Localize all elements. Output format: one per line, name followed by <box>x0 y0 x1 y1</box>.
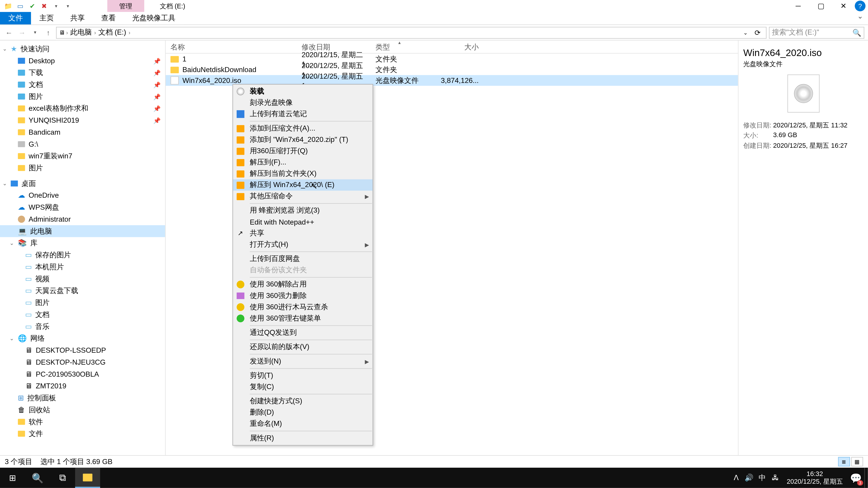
tree-item[interactable]: 🖥ZMT2019 <box>0 380 165 392</box>
taskbar-explorer[interactable] <box>75 468 100 488</box>
context-menu-item[interactable]: 使用 360进行木马云查杀 <box>233 301 373 313</box>
tree-software[interactable]: 软件 <box>0 416 165 428</box>
context-menu-item[interactable]: 上传到百度网盘 <box>233 253 373 265</box>
recent-dropdown[interactable]: ▾ <box>30 27 40 38</box>
context-menu-item[interactable]: 属性(R) <box>233 432 373 444</box>
context-menu-item[interactable]: 解压到 Win7x64_2020\ (E) <box>233 180 373 191</box>
breadcrumb-segment[interactable]: 文档 (E:) <box>97 27 127 37</box>
show-desktop-button[interactable] <box>864 468 868 488</box>
chevron-right-icon[interactable]: › <box>94 30 96 35</box>
qat-close-icon[interactable]: ✖ <box>39 1 49 11</box>
context-menu-item[interactable]: 解压到(F)... <box>233 157 373 168</box>
ime-icon[interactable]: 中 <box>756 468 769 488</box>
context-menu-item[interactable]: 通过QQ发送到 <box>233 327 373 338</box>
context-menu-item[interactable]: 上传到有道云笔记 <box>233 108 373 120</box>
tree-files[interactable]: 文件 <box>0 428 165 440</box>
ribbon-tab-share[interactable]: 共享 <box>62 12 93 24</box>
up-button[interactable]: ↑ <box>43 27 54 38</box>
qat-dropdown-icon[interactable]: ▾ <box>63 1 73 11</box>
help-icon[interactable]: ? <box>855 1 865 11</box>
address-dropdown-icon[interactable]: ⌄ <box>740 30 752 35</box>
context-menu-item[interactable]: 打开方式(H)▶ <box>233 239 373 250</box>
start-button[interactable]: ⊞ <box>0 468 25 488</box>
breadcrumb-bar[interactable]: 🖥 › 此电脑 › 文档 (E:) › ⌄ ⟳ <box>56 26 767 38</box>
file-row[interactable]: 12020/12/15, 星期二 1...文件夹 <box>166 54 738 64</box>
context-menu-item[interactable]: 其他压缩命令▶ <box>233 191 373 202</box>
column-header-name[interactable]: 名称 <box>166 40 297 53</box>
tree-network[interactable]: ⌄ 🌐 网络 <box>0 332 165 344</box>
chevron-down-icon[interactable]: ⌄ <box>2 46 7 52</box>
notification-center-icon[interactable]: 💬3 <box>848 468 864 488</box>
tree-control-panel[interactable]: ⊞ 控制面板 <box>0 392 165 404</box>
tree-item[interactable]: ☁WPS网盘 <box>0 201 165 213</box>
tree-item[interactable]: ▭本机照片 <box>0 261 165 273</box>
breadcrumb-segment[interactable]: 此电脑 <box>69 27 93 37</box>
context-menu-item[interactable]: 添加到压缩文件(A)... <box>233 123 373 134</box>
refresh-button[interactable]: ⟳ <box>752 28 764 37</box>
task-view-button[interactable]: ⧉ <box>50 468 75 488</box>
context-menu-item[interactable]: 删除(D) <box>233 407 373 418</box>
chevron-right-icon[interactable]: › <box>66 30 68 35</box>
qat-save-icon[interactable]: ▭ <box>16 1 25 11</box>
tree-item[interactable]: ▭图片 <box>0 297 165 308</box>
context-menu-item[interactable]: 使用 360解除占用 <box>233 279 373 290</box>
view-details-button[interactable]: ≣ <box>838 457 850 466</box>
tree-item[interactable]: Administrator <box>0 213 165 225</box>
context-menu-item[interactable]: 用 蜂蜜浏览器 浏览(3) <box>233 205 373 216</box>
ribbon-tab-disc-tools[interactable]: 光盘映像工具 <box>124 12 184 24</box>
tree-item[interactable]: win7重装win7 <box>0 150 165 162</box>
context-menu-item[interactable]: Edit with Notepad++ <box>233 216 373 228</box>
tree-item[interactable]: 图片 <box>0 162 165 174</box>
tree-desktop[interactable]: ⌄ 桌面 <box>0 177 165 190</box>
minimize-button[interactable]: ─ <box>787 0 809 12</box>
back-button[interactable]: ← <box>4 27 14 38</box>
tree-this-pc[interactable]: 💻 此电脑 <box>0 225 165 237</box>
chevron-right-icon[interactable]: › <box>129 30 130 35</box>
tree-item[interactable]: 文档📌 <box>0 78 165 91</box>
context-menu-item[interactable]: 刻录光盘映像 <box>233 97 373 108</box>
view-thumbnails-button[interactable]: ▦ <box>851 457 863 466</box>
column-header-size[interactable]: 大小 <box>430 40 484 53</box>
ribbon-expand-icon[interactable]: ⌄ <box>852 12 868 24</box>
tree-item[interactable]: ▭视频 <box>0 273 165 285</box>
tree-item[interactable]: 下载📌 <box>0 67 165 78</box>
context-menu-item[interactable]: 复制(C) <box>233 381 373 393</box>
tree-quick-access[interactable]: ⌄ ★ 快速访问 <box>0 43 165 55</box>
maximize-button[interactable]: ▢ <box>809 0 832 12</box>
tree-item[interactable]: 🖥DESKTOP-LSSOEDP <box>0 344 165 356</box>
tree-recycle-bin[interactable]: 🗑 回收站 <box>0 404 165 416</box>
context-menu-item[interactable]: 发送到(N)▶ <box>233 356 373 367</box>
tree-libraries[interactable]: ⌄ 📚 库 <box>0 237 165 249</box>
tray-overflow-icon[interactable]: ᐱ <box>730 468 743 488</box>
volume-icon[interactable]: 🔊 <box>743 468 756 488</box>
qat-check-icon[interactable]: ✔ <box>27 1 37 11</box>
ribbon-tab-home[interactable]: 主页 <box>31 12 62 24</box>
search-input[interactable]: 搜索"文档 (E:)" 🔍 <box>769 26 864 38</box>
tree-item[interactable]: G:\ <box>0 138 165 150</box>
tree-item[interactable]: ▭音乐 <box>0 321 165 332</box>
tree-item[interactable]: excel表格制作求和📌 <box>0 103 165 115</box>
file-row[interactable]: BaiduNetdiskDownload2020/12/25, 星期五 1...… <box>166 64 738 75</box>
close-button[interactable]: ✕ <box>832 0 855 12</box>
context-menu-item[interactable]: ↗共享 <box>233 228 373 239</box>
taskbar-clock[interactable]: 16:32 2020/12/25, 星期五 <box>782 470 848 486</box>
chevron-down-icon[interactable]: ⌄ <box>9 335 14 341</box>
tree-item[interactable]: Desktop📌 <box>0 55 165 67</box>
chevron-down-icon[interactable]: ⌄ <box>2 181 7 186</box>
context-menu-item[interactable]: 使用 360管理右键菜单 <box>233 313 373 324</box>
tree-item[interactable]: YUNQISHI2019📌 <box>0 114 165 126</box>
forward-button[interactable]: → <box>17 27 27 38</box>
search-button[interactable]: 🔍 <box>25 468 50 488</box>
tree-item[interactable]: Bandicam <box>0 126 165 138</box>
context-menu-item[interactable]: 解压到当前文件夹(X) <box>233 168 373 180</box>
tree-item[interactable]: ▭天翼云盘下载 <box>0 285 165 297</box>
tree-item[interactable]: 🖥PC-20190530OBLA <box>0 368 165 380</box>
tree-item[interactable]: ▭保存的图片 <box>0 249 165 261</box>
tree-item[interactable]: 🖥DESKTOP-NJEU3CG <box>0 356 165 368</box>
context-menu-item[interactable]: 剪切(T) <box>233 370 373 381</box>
tree-item[interactable]: ☁OneDrive <box>0 190 165 201</box>
tree-item[interactable]: ▭文档 <box>0 308 165 321</box>
context-menu-item[interactable]: 装载 <box>233 86 373 97</box>
context-menu-item[interactable]: 重命名(M) <box>233 418 373 429</box>
tree-item[interactable]: 图片📌 <box>0 91 165 103</box>
